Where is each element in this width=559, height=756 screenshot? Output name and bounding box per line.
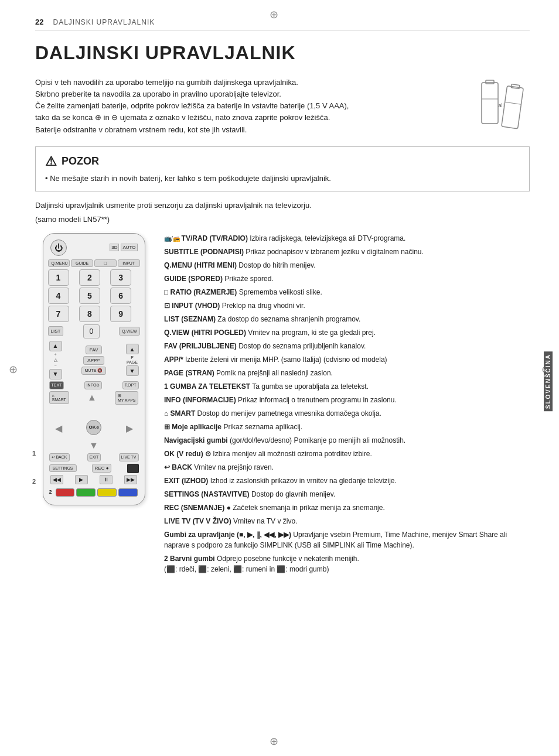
ratio-button[interactable]: □ xyxy=(94,259,117,267)
fav-button[interactable]: FAV xyxy=(86,345,103,354)
desc-fav: FAV (PRILJUBLJENE) Dostop do seznama pri… xyxy=(164,341,530,351)
page-number: 22 xyxy=(35,18,43,26)
nav-right-button[interactable]: ▶ xyxy=(126,423,133,434)
remote-top-row: ⏻ 3D AUTO xyxy=(48,240,140,256)
vol-up-button[interactable]: ▲ xyxy=(49,341,62,351)
model-text: (samo modeli LN57**) xyxy=(35,215,530,224)
back-exit-row: ↩ BACK EXIT LIVE TV xyxy=(48,453,140,461)
play-button[interactable]: ▶ xyxy=(75,475,88,484)
settings-row: SETTINGS REC ● xyxy=(48,464,140,473)
input-button[interactable]: INPUT xyxy=(118,259,140,267)
number-grid: 1 2 3 4 5 6 7 8 9 xyxy=(48,269,140,322)
desc-exit: EXIT (IZHOD) Izhod iz zaslonskih prikazo… xyxy=(164,476,530,486)
blue-button[interactable] xyxy=(118,488,138,497)
page-down-button[interactable]: ▼ xyxy=(126,365,139,376)
num-7-button[interactable]: 7 xyxy=(48,306,69,322)
color-label-2: 2 xyxy=(49,489,52,495)
red-button[interactable] xyxy=(56,488,75,497)
rewind-button[interactable]: ◀◀ xyxy=(50,475,63,484)
smart-row: ⌂SMART ▲ ⊞MY APPS xyxy=(48,391,140,405)
intro-line5: Baterije odstranite v obratnem vrstnem r… xyxy=(35,124,465,136)
page-up-button[interactable]: ▲ xyxy=(126,344,139,354)
pause-button[interactable]: ⏸ xyxy=(100,475,113,484)
battery-image: ali xyxy=(477,77,530,129)
desc-qmenu: Q.MENU (HITRI MENI) Dostop do hitrih men… xyxy=(164,260,530,271)
back-button[interactable]: ↩ BACK xyxy=(49,453,70,461)
topt-button[interactable]: T.OPT xyxy=(122,381,139,389)
desc-myapps: ⊞ Moje aplikacije Prikaz seznama aplikac… xyxy=(164,422,530,432)
text-button[interactable]: TEXT xyxy=(49,381,64,389)
nav-down-button[interactable]: ▼ xyxy=(89,440,98,451)
power-button[interactable]: ⏻ xyxy=(50,240,67,256)
page-header: 22 DALJINSKI UPRAVLJALNIK xyxy=(35,18,530,30)
desc-back: ↩ BACK Vrnitev na prejšnjo raven. xyxy=(164,462,530,473)
page-container: ⊕ ⊕ ⊕ ⊕ SLOVENŠČINA 22 DALJINSKI UPRAVLJ… xyxy=(0,0,559,756)
main-title: DALJINSKI UPRAVLJALNIK xyxy=(35,42,530,64)
smart-button[interactable]: ⌂SMART xyxy=(49,391,69,404)
warning-icon: ⚠ xyxy=(45,154,57,169)
myapps-button[interactable]: ⊞MY APPS xyxy=(115,391,139,405)
language-label: SLOVENŠČINA xyxy=(544,351,553,411)
num-4-button[interactable]: 4 xyxy=(48,288,69,304)
svg-line-5 xyxy=(505,102,521,104)
exit-button[interactable]: EXIT xyxy=(87,453,101,461)
settings-button[interactable]: SETTINGS xyxy=(49,464,77,472)
media-row: ◀◀ ▶ ⏸ ▶▶ xyxy=(48,475,140,484)
warning-title-text: POZOR xyxy=(62,155,99,167)
sensor-text: Daljinski upravljalnik usmerite proti se… xyxy=(35,200,530,211)
page-controls: ▲ PPAGE ▼ xyxy=(126,344,139,376)
qmenu-button[interactable]: Q.MENU xyxy=(48,259,70,267)
desc-nav: Navigacijski gumbi (gor/dol/levo/desno) … xyxy=(164,435,530,446)
list-button[interactable]: LIST xyxy=(48,326,64,336)
num-1-button[interactable]: 1 xyxy=(48,269,69,286)
desc-settings: SETTINGS (NASTAVITVE) Dostop do glavnih … xyxy=(164,489,530,500)
desc-subtitle: SUBTITLE (PODNAPISI) Prikaz podnapisov v… xyxy=(164,247,530,257)
num-2-button[interactable]: 2 xyxy=(79,269,100,286)
warning-text: • Ne mešajte starih in novih baterij, ke… xyxy=(45,173,520,184)
intro-line4: tako da se konca ⊕ in ⊖ ujemata z oznako… xyxy=(35,112,465,124)
svg-rect-3 xyxy=(501,86,523,129)
icon-auto: AUTO xyxy=(121,244,137,251)
mute-button[interactable]: MUTE 🔇 xyxy=(81,367,107,375)
num-9-button[interactable]: 9 xyxy=(110,306,131,322)
app-button[interactable]: APP/* xyxy=(83,356,104,365)
num-0-button[interactable]: 0 xyxy=(83,324,100,338)
num-8-button[interactable]: 8 xyxy=(79,306,100,322)
num-6-button[interactable]: 6 xyxy=(110,288,131,304)
num-3-button[interactable]: 3 xyxy=(110,269,131,286)
num-5-button[interactable]: 5 xyxy=(79,288,100,304)
desc-teletekst: 1 GUMBA ZA TELETEKST Ta gumba se uporabl… xyxy=(164,381,530,392)
rec-button[interactable]: REC ● xyxy=(92,464,112,473)
forward-button[interactable]: ▶▶ xyxy=(124,475,137,484)
qview-button[interactable]: Q.VIEW xyxy=(119,327,139,336)
desc-qview: Q.VIEW (HITRI POGLED) Vrnitev na program… xyxy=(164,327,530,338)
ok-button[interactable]: OK⊙ xyxy=(86,420,101,435)
volume-controls: ▲ + △ − ▼ xyxy=(49,341,62,379)
desc-list: LIST (SEZNAM) Za dostop do seznama shran… xyxy=(164,314,530,324)
battery-svg: ali xyxy=(479,77,529,129)
intro-line2: Skrbno preberite ta navodila za uporabo … xyxy=(35,88,465,100)
desc-ratio: □ RATIO (RAZMERJE) Sprememba velikosti s… xyxy=(164,287,530,297)
info-button[interactable]: INFO⊙ xyxy=(84,381,103,389)
label-2: 2 xyxy=(32,478,36,485)
desc-smart: ⌂ SMART Dostop do menijev pametnega vmes… xyxy=(164,408,530,419)
stop-button[interactable] xyxy=(127,464,139,473)
nav-left-button[interactable]: ◀ xyxy=(55,423,62,434)
battery-ali-text: ali xyxy=(498,102,503,108)
remote-body: ⏻ 3D AUTO Q.MENU GUIDE □ INPUT xyxy=(43,233,145,505)
warning-box: ⚠ POZOR • Ne mešajte starih in novih bat… xyxy=(35,146,530,192)
desc-input: ⊡ INPUT (VHOD) Preklop na drug vhodni vi… xyxy=(164,300,530,311)
desc-page: PAGE (STRAN) Pomik na prejšnji ali nasle… xyxy=(164,368,530,378)
yellow-button[interactable] xyxy=(97,488,117,497)
desc-tvrad: 📺/📻 TV/RAD (TV/RADIO) Izbira radijskega,… xyxy=(164,233,530,244)
vol-down-button[interactable]: ▼ xyxy=(49,369,62,379)
guide-button[interactable]: GUIDE xyxy=(71,259,93,267)
green-button[interactable] xyxy=(76,488,96,497)
desc-color: 2 Barvni gumbi Odprejo posebne funkcije … xyxy=(164,553,530,574)
desc-section: 📺/📻 TV/RAD (TV/RADIO) Izbira radijskega,… xyxy=(164,233,530,577)
desc-livetv: LIVE TV (TV V ŽIVO) Vrnitev na TV v živo… xyxy=(164,516,530,526)
desc-rec: REC (SNEMANJE) ● Začetek snemanja in pri… xyxy=(164,502,530,513)
intro-line3: Če želite zamenjati baterije, odprite po… xyxy=(35,100,465,112)
main-content: ⏻ 3D AUTO Q.MENU GUIDE □ INPUT xyxy=(35,233,530,577)
cross-mark-top: ⊕ xyxy=(270,8,278,21)
